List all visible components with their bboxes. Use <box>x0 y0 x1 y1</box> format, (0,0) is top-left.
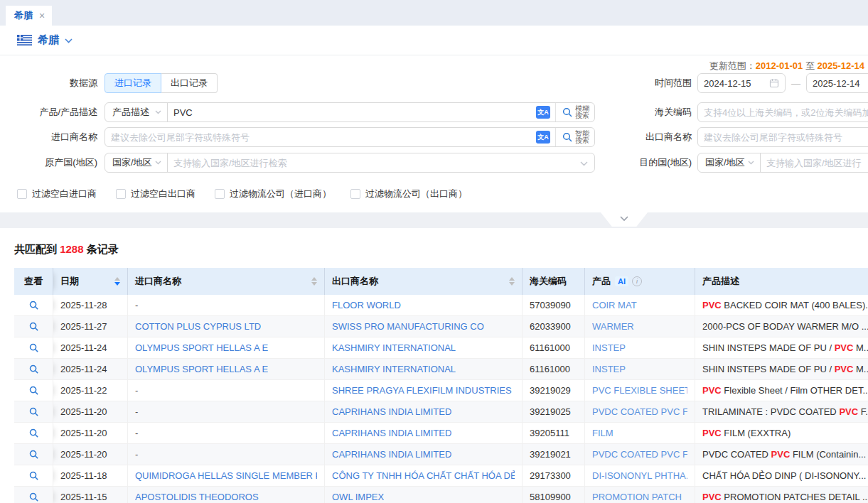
header-date[interactable]: 日期 <box>53 268 128 295</box>
header-exporter[interactable]: 出口商名称 <box>325 268 523 295</box>
checkbox[interactable] <box>116 189 126 199</box>
product-link[interactable]: PVDC COATED PVC FIL... <box>592 449 687 460</box>
date-end-field[interactable] <box>806 73 868 93</box>
description-cell: PVC PROMOTION PATCHES DETAIL ... <box>695 487 868 503</box>
origin-country-select[interactable]: 国家/地区 <box>105 153 168 172</box>
view-record-button[interactable] <box>28 492 39 502</box>
filter-checkbox-item: 过滤物流公司（进口商） <box>215 188 331 200</box>
destination-country-label: 目的国(地区) <box>595 156 692 169</box>
product-link[interactable]: INSTEP <box>592 342 626 353</box>
product-search-input[interactable] <box>168 103 536 121</box>
translate-icon[interactable]: 文A <box>536 131 550 144</box>
importer-label: 进口商名称 <box>0 131 97 144</box>
product-link[interactable]: COIR MAT <box>592 300 637 310</box>
product-link[interactable]: PROMOTION PATCH <box>592 492 682 502</box>
tab-greece[interactable]: 希腊 × <box>6 6 52 26</box>
importer-link[interactable]: APOSTOLIDIS THEODOROS <box>135 492 259 502</box>
page-header: 希腊 <box>0 26 868 55</box>
update-range: 更新范围：2012-01-01 至 2025-12-14 <box>0 60 868 71</box>
view-record-button[interactable] <box>28 470 39 481</box>
importer-link[interactable]: OLYMPUS SPORT HELLAS A E <box>135 342 268 353</box>
fuzzy-search-button[interactable]: 模糊 搜索 <box>555 103 594 121</box>
product-link[interactable]: PVDC COATED PVC FIL... <box>592 406 687 417</box>
sort-control-date[interactable] <box>109 277 120 286</box>
importer-link[interactable]: OLYMPUS SPORT HELLAS A E <box>135 364 268 374</box>
view-record-button[interactable] <box>28 364 39 374</box>
sort-control-importer[interactable] <box>306 277 317 286</box>
smart-search-button[interactable]: 智能 搜索 <box>555 128 594 146</box>
exporter-link[interactable]: SWISS PRO MANUFACTURING CO <box>332 321 484 332</box>
product-link[interactable]: INSTEP <box>592 364 626 374</box>
exporter-name-input[interactable] <box>697 127 868 147</box>
product-cell: PVC FLEXIBLE SHEET F... <box>585 380 695 401</box>
checkbox[interactable] <box>17 189 27 199</box>
view-record-button[interactable] <box>28 449 39 460</box>
date-cell: 2025-11-24 <box>53 337 128 358</box>
view-record-button[interactable] <box>28 406 39 417</box>
exporter-cell: SHREE PRAGYA FLEXIFILM INDUSTRIES <box>325 380 523 401</box>
translate-icon[interactable]: 文A <box>536 106 550 119</box>
view-record-button[interactable] <box>28 321 39 332</box>
hs-code-cell: 57039090 <box>523 295 585 315</box>
info-icon[interactable]: i <box>632 276 642 286</box>
product-link[interactable]: PVC FLEXIBLE SHEET F... <box>592 385 687 396</box>
header-importer[interactable]: 进口商名称 <box>128 268 325 295</box>
product-type-select[interactable]: 产品描述 <box>105 103 168 121</box>
product-link[interactable]: DI-ISONONYL PHTHA... <box>592 470 687 481</box>
checkbox[interactable] <box>215 189 225 199</box>
search-icon <box>28 321 39 332</box>
origin-country-label: 原产国(地区) <box>0 156 97 169</box>
exporter-link[interactable]: KASHMIRY INTERNATIONAL <box>332 364 456 374</box>
product-link[interactable]: FILM <box>592 428 614 438</box>
exporter-link[interactable]: CÔNG TY TNHH HÓA CHẤT CHẤT HÓA DẺ... <box>332 470 515 481</box>
exporter-link[interactable]: FLOOR WORLD <box>332 300 401 310</box>
destination-country-input[interactable] <box>761 153 868 172</box>
import-records-option[interactable]: 进口记录 <box>105 73 161 93</box>
exporter-link[interactable]: KASHMIRY INTERNATIONAL <box>332 342 456 353</box>
chevron-down-icon[interactable] <box>65 35 73 45</box>
view-cell <box>14 487 53 503</box>
checkbox[interactable] <box>350 189 360 199</box>
exporter-link[interactable]: CAPRIHANS INDIA LIMITED <box>332 406 451 417</box>
exporter-link[interactable]: CAPRIHANS INDIA LIMITED <box>332 428 451 438</box>
date-start-field[interactable] <box>697 73 786 93</box>
chevron-down-icon[interactable] <box>580 158 588 168</box>
importer-link[interactable]: COTTON PLUS CYPRUS LTD <box>135 321 261 332</box>
keyword-highlight: PVC <box>702 385 722 396</box>
product-cell: WARMER <box>585 316 695 337</box>
table-row: 2025-11-27COTTON PLUS CYPRUS LTDSWISS PR… <box>14 316 868 337</box>
date-start-input[interactable] <box>704 78 769 89</box>
chevron-down-icon <box>620 216 628 222</box>
destination-country-select[interactable]: 国家/地区 <box>698 153 761 172</box>
sort-control-exporter[interactable] <box>503 277 515 286</box>
view-record-button[interactable] <box>28 428 39 438</box>
exporter-link[interactable]: CAPRIHANS INDIA LIMITED <box>332 449 451 460</box>
exporter-link[interactable]: SHREE PRAGYA FLEXIFILM INDUSTRIES <box>332 385 512 396</box>
ai-badge: AI <box>615 276 628 286</box>
collapse-form-button[interactable] <box>601 212 648 227</box>
view-record-button[interactable] <box>28 385 39 396</box>
view-record-button[interactable] <box>28 342 39 353</box>
export-records-option[interactable]: 出口记录 <box>161 73 218 93</box>
product-link[interactable]: WARMER <box>592 321 634 332</box>
date-range-separator: — <box>791 78 800 89</box>
origin-country-input[interactable] <box>168 153 580 172</box>
time-range-label: 时间范围 <box>595 77 692 90</box>
exporter-link[interactable]: OWL IMPEX <box>332 492 384 502</box>
exporter-cell: FLOOR WORLD <box>325 295 523 315</box>
hs-code-label: 海关编码 <box>595 106 692 119</box>
exporter-cell: KASHMIRY INTERNATIONAL <box>325 359 523 379</box>
exporter-cell: CAPRIHANS INDIA LIMITED <box>325 444 523 465</box>
hs-code-cell: 29173300 <box>523 465 585 486</box>
importer-link[interactable]: QUIMIDROGA HELLAS SINGLE MEMBER PC <box>135 470 317 481</box>
close-icon[interactable]: × <box>39 11 45 21</box>
importer-name-input[interactable] <box>105 128 536 146</box>
date-cell: 2025-11-20 <box>53 423 128 443</box>
date-end-input[interactable] <box>813 78 868 89</box>
product-cell: PVDC COATED PVC FIL... <box>585 444 695 465</box>
product-cell: DI-ISONONYL PHTHA... <box>585 465 695 486</box>
view-record-button[interactable] <box>28 300 39 310</box>
table-header-row: 查看 日期 进口商名称 出口商名称 海关编码 产品 AI i 产品描述 <box>14 268 868 295</box>
hs-code-input[interactable] <box>697 102 868 122</box>
keyword-highlight: PVC <box>835 342 854 353</box>
